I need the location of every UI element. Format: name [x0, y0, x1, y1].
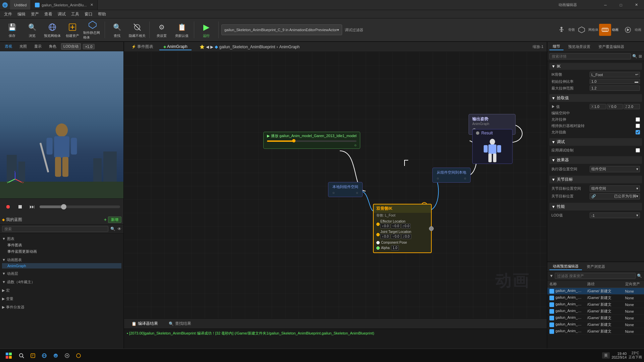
preview-actor-dropdown[interactable]: gailun_Skeleton_AnimBlueprint_C_9 in Ani… — [221, 24, 342, 35]
taskbar-steam[interactable] — [62, 350, 72, 361]
ab-filter-input[interactable] — [555, 273, 636, 279]
tab-close-icon[interactable]: ✕ — [90, 3, 93, 7]
skeleton-button[interactable] — [555, 24, 568, 36]
close-button[interactable]: ✕ — [629, 0, 644, 10]
stop-button[interactable]: ⏹ — [15, 202, 25, 212]
bp-graphs-header[interactable]: ▼ 图表 — [2, 236, 121, 242]
joint-space-dropdown[interactable]: 组件空间 ▾ — [590, 185, 640, 192]
timeline-knob[interactable] — [61, 204, 66, 209]
joint-y-val[interactable]: Y0.0 — [391, 234, 400, 239]
ab-row[interactable]: gailun_Anim_model_Garen/Game/ 新建文None — [547, 315, 644, 321]
play-node-progress[interactable] — [267, 140, 357, 142]
mesh-button[interactable] — [576, 24, 588, 36]
breadcrumb-back-icon[interactable]: ◀ — [206, 45, 209, 49]
create-asset-button[interactable]: 创建资产 — [63, 20, 82, 40]
untitled-tab[interactable]: Untitled — [10, 0, 31, 10]
display-button[interactable]: 显示 — [32, 43, 44, 50]
new-blueprint-button[interactable]: 新增 — [108, 217, 121, 223]
rp-grid-icon[interactable]: ⊞ — [639, 54, 642, 59]
add-blueprint-button[interactable]: + — [104, 217, 107, 222]
ab-row[interactable]: gailun_Anim_model_Garen/Game/ 新建文None — [547, 321, 644, 328]
effector-x[interactable]: X1.0 — [590, 104, 606, 109]
cs-to-local-node[interactable]: 从组件空间到本地 ○ ○ — [432, 168, 471, 183]
joint-pos-dropdown[interactable]: 🔗 已公开为引脚▾ — [590, 193, 640, 199]
compiler-tab[interactable]: 📋 编译器结果 — [127, 320, 162, 327]
rp-tab-asset-editor[interactable]: 资产覆盖编辑器 — [595, 44, 628, 50]
lod-value-dropdown[interactable]: -1 ▾ — [590, 213, 640, 218]
lod-badge[interactable]: LOD自动 — [61, 43, 81, 50]
bp-event-update-item[interactable]: 事件蓝图更新动画 — [2, 248, 121, 255]
rp-tab-details[interactable]: 细节 — [549, 43, 564, 50]
record-button[interactable]: ⏺ — [3, 202, 13, 212]
ab-row[interactable]: gailun_Anim_model_Garen/Game/ 新建文None — [547, 301, 644, 308]
bp-variables-header[interactable]: ▶ 变量 — [2, 296, 121, 302]
taskbar-lang[interactable]: 英 — [602, 352, 610, 359]
maximize-button[interactable]: □ — [613, 0, 629, 10]
anim2-button[interactable] — [622, 24, 634, 36]
menu-asset[interactable]: 资产 — [28, 11, 42, 18]
max-stretch-value[interactable]: 1.2 — [590, 85, 640, 91]
step-forward-button[interactable]: ⏭ — [28, 202, 37, 212]
maintain-effector-checkbox[interactable] — [636, 124, 640, 128]
bp-anim-graph-item[interactable]: AnimGraph — [2, 263, 121, 268]
bp-anim-graphs-header[interactable]: ▼ 动画图表 — [2, 257, 121, 263]
bp-event-graph-item[interactable]: 事件图表 — [2, 242, 121, 248]
make-static-mesh-button[interactable]: 制作静态网格体 — [83, 20, 102, 40]
allow-stretch-checkbox[interactable] — [636, 117, 640, 122]
taskbar-browser[interactable] — [39, 350, 50, 361]
bp-event-dispatchers-header[interactable]: ▶ 事件分发器 — [2, 304, 121, 310]
menu-file[interactable]: 文件 — [1, 11, 15, 18]
debug-draw-checkbox[interactable] — [636, 148, 640, 153]
effector-x-val[interactable]: X0.0 — [380, 224, 390, 229]
local-to-cs-node[interactable]: 本地到组件空间 ○ ○ — [328, 182, 363, 197]
taskbar-search[interactable] — [16, 350, 27, 361]
effector-y-val[interactable]: Y0.0 — [391, 224, 400, 229]
ab-col-orientation[interactable]: 定向资产 — [623, 281, 644, 288]
bp-functions-header[interactable]: ▼ 函数（4件藏主） — [2, 279, 121, 285]
rp-tab-preview-settings[interactable]: 预览场景设置 — [565, 44, 594, 50]
bp-search-input[interactable] — [2, 226, 108, 232]
progress-knob[interactable] — [292, 139, 296, 142]
stretch-slider[interactable]: ▬ — [635, 79, 638, 83]
allow-twist-checkbox[interactable] — [636, 130, 640, 134]
ab-col-path[interactable]: 路径 — [585, 281, 623, 288]
bp-anim-layers-header[interactable]: ▼ 动画层 — [2, 270, 121, 277]
menu-view[interactable]: 查看 — [42, 11, 55, 18]
perf-section-header[interactable]: ▼ 性能 — [549, 203, 642, 210]
component-pose-port[interactable] — [376, 241, 380, 244]
class-settings-button[interactable]: ⚙ 类设置 — [152, 20, 171, 40]
breadcrumb-forward-icon[interactable]: ▶ — [210, 45, 213, 49]
menu-tools[interactable]: 工具 — [68, 11, 82, 18]
effector-y[interactable]: Y0.0 — [607, 104, 623, 109]
play-node[interactable]: ▶ 播放 gailun_Anim_model_Garen_2013_Idle1_… — [263, 132, 360, 149]
result-node[interactable]: Result — [472, 129, 513, 164]
preview-mesh-button[interactable]: 预览网格体 — [43, 20, 62, 40]
class-defaults-button[interactable]: 📋 类默认值 — [172, 20, 191, 40]
save-button[interactable]: 💾 保存 — [3, 20, 21, 40]
ik-bone-dropdown[interactable]: L_Foot ↩ — [590, 72, 640, 77]
ik-node[interactable]: 双骨骼IK 骨骼: L_Foot Effector Location X0.0 … — [373, 204, 432, 253]
browse-button[interactable]: 🔍 浏览 — [23, 20, 42, 40]
menu-debug[interactable]: 调试 — [55, 11, 68, 18]
find-results-tab[interactable]: 🔍 查找结果 — [165, 320, 195, 327]
ab-row[interactable]: gailun_Anim_model_Garen/Game/ 新建文None — [547, 328, 644, 335]
menu-window[interactable]: 窗口 — [82, 11, 95, 18]
joint-z-val[interactable]: Z0.0 — [401, 234, 411, 239]
joint-x-val[interactable]: X0.0 — [380, 234, 390, 239]
joint-target-section-header[interactable]: ▼ 关节目标 — [549, 176, 642, 183]
bp-visibility-icon[interactable]: 👁 — [117, 227, 121, 231]
ab-tab-anim-preview[interactable]: 动画预览编辑器 — [549, 263, 582, 270]
ab-row[interactable]: gailun_Anim_model_Garen/Game/ 新建文None — [547, 295, 644, 301]
effector2-section-header[interactable]: ▼ 效果器 — [549, 156, 642, 164]
hide-unrelated-button[interactable]: 隐藏不相关 — [128, 20, 147, 40]
anim-blueprint-tab[interactable]: gailun_Skeleton_AnimBlu... ✕ — [31, 0, 98, 10]
camera-button[interactable]: 角色 — [46, 43, 59, 50]
breadcrumb-home-icon[interactable]: ⭐ — [200, 45, 205, 49]
effector-port[interactable] — [376, 223, 380, 226]
timeline-bar[interactable] — [40, 205, 120, 208]
run-button[interactable]: ▶ 运行 — [197, 20, 216, 40]
scale-badge[interactable]: ×1.0 — [83, 44, 95, 49]
ag-canvas[interactable]: ▶ 播放 gailun_Anim_model_Garen_2013_Idle1_… — [124, 52, 547, 318]
menu-edit[interactable]: 编辑 — [15, 11, 28, 18]
debug-section-header[interactable]: ▼ 调试 — [549, 138, 642, 146]
